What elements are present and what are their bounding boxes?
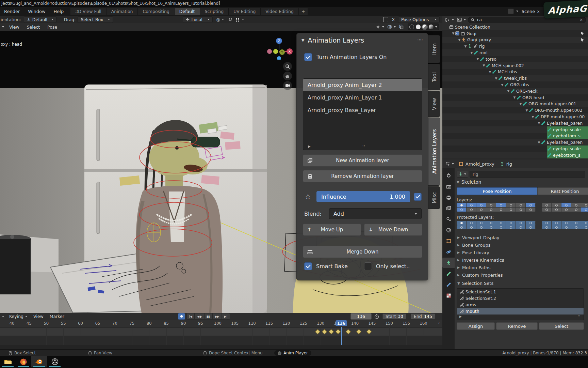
transform-options-icon[interactable] [383, 17, 388, 22]
turn-on-checkbox[interactable] [304, 53, 312, 61]
workspace-tab-uv-editing[interactable]: UV Editing [229, 8, 261, 15]
add-workspace-button[interactable]: + [299, 8, 308, 15]
layer-toggle[interactable] [486, 225, 496, 229]
layer-toggle[interactable] [552, 208, 561, 212]
layer-toggle[interactable] [506, 225, 516, 229]
expand-arrow-icon[interactable]: ▼ [537, 141, 541, 144]
layer-toggle[interactable] [506, 221, 516, 225]
transform-pivot-select[interactable]: Local [183, 16, 213, 23]
layer-toggle[interactable] [542, 208, 552, 212]
orientation-gizmo[interactable]: Z X Y [267, 34, 298, 60]
next-keyframe-button[interactable]: ◆▶ [212, 313, 222, 320]
properties-tab-texture[interactable] [442, 290, 455, 301]
outliner-row[interactable]: ▼torso [442, 56, 588, 62]
snap-magnet-toggle[interactable] [228, 17, 232, 22]
outliner-row[interactable]: Scene Collection [442, 24, 588, 30]
menu-render[interactable]: Render [0, 9, 24, 14]
layer-toggle[interactable] [561, 203, 571, 207]
editor-caret-icon[interactable] [452, 163, 454, 165]
pose-position-button[interactable]: Pose Position [457, 187, 538, 195]
layer-toggle[interactable] [581, 208, 588, 212]
selection-sets-collapse-icon[interactable]: ▼ [457, 281, 462, 285]
outliner-item[interactable]: ORG-ribs [504, 81, 588, 88]
outliner-item[interactable]: Eyelashes_paren [541, 139, 588, 145]
expand-arrow-icon[interactable]: ▼ [470, 51, 474, 55]
panel-header-motion-paths[interactable]: ▶Motion Paths [455, 264, 588, 271]
selection-set-assign-button[interactable]: Assign [457, 322, 495, 330]
current-frame-field[interactable]: 136 [350, 313, 372, 320]
armature-layers-bottom-right[interactable] [542, 208, 588, 212]
anim-layer-item[interactable]: Arnold_proxy Anim_Layer 1 [303, 91, 422, 104]
layer-toggle[interactable] [571, 225, 581, 229]
layer-toggle[interactable] [542, 221, 552, 225]
shading-material-icon[interactable] [422, 25, 427, 29]
smart-bake-checkbox[interactable] [304, 262, 312, 270]
outliner-row[interactable]: ▼ORG-mouth.upper.002 [442, 107, 588, 113]
drag-select[interactable]: Select Box [78, 16, 113, 23]
layer-toggle[interactable] [526, 203, 536, 207]
shading-wireframe-icon[interactable] [409, 25, 414, 29]
outliner-row[interactable]: ▼ORG-ribs [442, 81, 588, 88]
expand-arrow-icon[interactable]: ▼ [476, 57, 480, 61]
expand-arrow-icon[interactable]: ▼ [451, 32, 455, 35]
properties-tab-render[interactable] [442, 181, 455, 191]
timeline-editor-caret-icon[interactable] [2, 316, 4, 317]
outliner-row[interactable]: ▼ORG-mouth.upper.001 [442, 101, 588, 107]
tab-misc[interactable]: Misc [428, 186, 440, 209]
workspace-tab-3d-view-full[interactable]: 3D View Full [70, 8, 107, 15]
outliner-row[interactable]: ▼DEF-mouth.upper.00 [442, 113, 588, 120]
outliner-row[interactable]: ▼tweak_ribs [442, 75, 588, 81]
expand-arrow-icon[interactable]: ▼ [457, 38, 461, 42]
outliner-item[interactable]: ORG-mouth.upper.001 [523, 101, 588, 107]
layer-toggle[interactable] [486, 203, 496, 207]
layer-toggle[interactable] [457, 203, 467, 207]
layer-toggle[interactable] [467, 221, 476, 225]
outliner-row[interactable]: ▼MCH-spine.002 [442, 62, 588, 69]
workspace-tab-compositing[interactable]: Compositing [138, 8, 174, 15]
pan-hand-icon[interactable] [283, 72, 292, 80]
outliner-item[interactable]: Gugi_proxy [461, 37, 581, 43]
panel-grip-icon[interactable]: ∷∷ [418, 38, 423, 43]
expand-arrow-icon[interactable]: ▼ [537, 121, 541, 125]
outliner-item[interactable]: ORG-neck [510, 88, 588, 94]
start-frame-field[interactable]: Start 30 [382, 313, 406, 319]
search-clear-icon[interactable]: × [579, 17, 583, 22]
outliner-row[interactable]: ▼MCH-ribs [442, 69, 588, 75]
tab-item[interactable]: Item [428, 35, 440, 63]
collection-checkbox[interactable] [455, 31, 459, 35]
blend-mode-dropdown[interactable]: Add [329, 208, 422, 219]
outliner-item[interactable]: eyebottom_s [547, 133, 588, 139]
outliner-row[interactable]: ▼Gugi_proxy [442, 37, 588, 43]
outliner-item[interactable]: Eyelashes_paren [541, 120, 588, 126]
layer-toggle[interactable] [486, 221, 496, 225]
properties-tab-object[interactable] [442, 236, 455, 246]
display-mode-caret-icon[interactable] [452, 19, 454, 20]
timeline-menu-marker[interactable]: Marker [47, 314, 67, 319]
panel-header-viewport-display[interactable]: ▶Viewport Display [455, 234, 588, 241]
expand-arrow-icon[interactable]: ▼ [488, 70, 492, 74]
layer-toggle[interactable] [581, 221, 588, 225]
id-type-icon[interactable] [457, 171, 468, 178]
menu-window[interactable]: Window [24, 9, 49, 14]
move-down-button[interactable]: ↓ Move Down [364, 224, 422, 236]
overlays-toggle-icon[interactable] [387, 25, 392, 29]
layer-toggle[interactable] [561, 225, 571, 229]
xray-toggle-icon[interactable] [399, 25, 404, 29]
shading-solid-icon[interactable] [416, 25, 421, 29]
playhead-line[interactable] [341, 327, 342, 345]
current-frame-badge[interactable]: 136 [336, 320, 347, 326]
layer-toggle[interactable] [516, 208, 526, 212]
anim-layer-list[interactable]: Arnold_proxy Anim_Layer 2Arnold_proxy An… [303, 78, 422, 150]
collapse-chevron-icon[interactable]: ‹ [438, 321, 440, 325]
layer-toggle[interactable] [561, 208, 571, 212]
layer-toggle[interactable] [496, 208, 506, 212]
properties-tab-data[interactable] [442, 258, 455, 268]
layer-toggle[interactable] [476, 203, 486, 207]
layer-toggle[interactable] [457, 225, 467, 229]
restrict-select-icon[interactable] [581, 31, 585, 35]
tab-animation-layers[interactable]: Animation Layers [428, 118, 440, 186]
scene-name[interactable]: Scene [522, 9, 535, 14]
outliner-row[interactable]: ▼Eyelashes_paren [442, 120, 588, 126]
protected-layers-top-right[interactable] [542, 221, 588, 225]
outliner-tree[interactable]: Scene Collection▼Gugi▼Gugi_proxy▼rig▼roo… [442, 24, 588, 159]
